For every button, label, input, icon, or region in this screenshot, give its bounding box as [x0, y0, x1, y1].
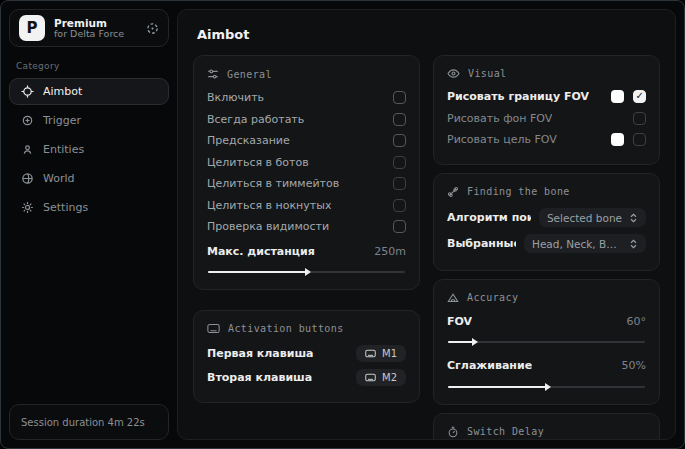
select-value: Selected bone	[547, 212, 622, 224]
sync-icon[interactable]	[146, 22, 159, 35]
visual-label: Рисовать цель FOV	[447, 133, 557, 146]
keybind-button-2[interactable]: M2	[356, 369, 406, 386]
visual-label: Рисовать границу FOV	[447, 90, 589, 103]
toggle-row: Целиться в нокнутых	[207, 195, 406, 217]
toggle-row: Включить	[207, 87, 406, 109]
selected-bones-select[interactable]: Head, Neck, Body, Pe...	[524, 234, 646, 253]
keybind-value: M1	[382, 348, 397, 359]
visual-card: Visual Рисовать границу FOV Рисовать фон…	[433, 55, 660, 165]
visual-row: Рисовать границу FOV	[447, 86, 646, 108]
visual-row: Рисовать цель FOV	[447, 129, 646, 151]
keyboard-icon	[207, 323, 220, 334]
keybind-row: Первая клавиша M1	[207, 341, 406, 365]
checkbox-target-teammates[interactable]	[393, 177, 406, 190]
slider-label: FOV	[447, 315, 472, 328]
accuracy-card: Accuracy FOV 60° Сглаживание	[433, 279, 660, 405]
toggle-row: Проверка видимости	[207, 216, 406, 238]
globe-icon	[20, 172, 34, 185]
keybind-button-1[interactable]: M1	[356, 345, 406, 362]
stopwatch-icon	[447, 426, 459, 438]
sidebar: P Premium for Delta Force Category Aimbo…	[1, 1, 177, 448]
slider-row: Сглаживание 50%	[447, 355, 646, 377]
brand-logo: P	[19, 15, 45, 41]
toggle-label: Целиться в нокнутых	[207, 199, 331, 212]
card-header: Finding the bone	[467, 186, 570, 197]
visual-label: Рисовать фон FOV	[447, 112, 552, 125]
sidebar-nav: Aimbot Trigger Entities	[9, 78, 169, 221]
slider-value: 60°	[627, 315, 647, 328]
checkbox-prediction[interactable]	[393, 134, 406, 147]
slider-label: Макс. дистанция	[207, 245, 315, 258]
select-label: Выбранные кости	[447, 237, 516, 250]
triangle-icon	[447, 292, 459, 304]
toggle-row: Целиться в ботов	[207, 152, 406, 174]
slider-row: FOV 60°	[447, 311, 646, 333]
toggle-row: Целиться в тиммейтов	[207, 173, 406, 195]
bone-algorithm-select[interactable]: Selected bone	[539, 208, 646, 227]
unfold-icon	[629, 213, 638, 223]
toggle-label: Всегда работать	[207, 113, 304, 126]
gear-icon	[20, 201, 34, 214]
checkbox-fov-border[interactable]	[633, 90, 646, 103]
eye-icon	[447, 68, 460, 79]
checkbox-fov-target[interactable]	[633, 133, 646, 146]
card-header: Accuracy	[467, 292, 518, 303]
checkbox-always-work[interactable]	[393, 113, 406, 126]
sidebar-item-settings[interactable]: Settings	[9, 194, 169, 221]
select-value: Head, Neck, Body, Pe...	[532, 238, 622, 250]
fov-slider[interactable]	[448, 341, 645, 343]
select-row: Выбранные кости Head, Neck, Body, Pe...	[447, 231, 646, 257]
toggle-label: Проверка видимости	[207, 220, 329, 233]
keyboard-icon	[365, 373, 376, 382]
max-distance-slider[interactable]	[208, 271, 405, 273]
sliders-icon	[207, 68, 219, 80]
sidebar-item-world[interactable]: World	[9, 165, 169, 192]
toggle-label: Включить	[207, 91, 264, 104]
smoothing-slider-group: Сглаживание 50%	[447, 355, 646, 388]
entities-icon	[20, 143, 34, 156]
slider-row: Макс. дистанция 250m	[207, 241, 406, 263]
sidebar-item-label: Trigger	[43, 114, 81, 127]
sidebar-item-trigger[interactable]: Trigger	[9, 107, 169, 134]
card-header: General	[227, 69, 272, 80]
toggle-label: Предсказание	[207, 134, 290, 147]
keybind-value: M2	[382, 372, 397, 383]
trigger-icon	[20, 114, 34, 127]
brand-subtitle: for Delta Force	[54, 29, 137, 40]
app-window: P Premium for Delta Force Category Aimbo…	[0, 0, 685, 449]
select-row: Алгоритм поиска кости Selected bone	[447, 205, 646, 231]
bone-icon	[447, 186, 459, 198]
category-label: Category	[16, 61, 169, 71]
activation-card: Activation buttons Первая клавиша M1	[193, 310, 420, 403]
brand-title: Premium	[54, 17, 137, 29]
color-swatch[interactable]	[611, 133, 624, 146]
select-label: Алгоритм поиска кости	[447, 211, 531, 224]
color-swatch[interactable]	[611, 90, 624, 103]
unfold-icon	[629, 239, 638, 249]
slider-label: Сглаживание	[447, 359, 532, 372]
toggle-label: Целиться в тиммейтов	[207, 177, 339, 190]
checkbox-target-knocked[interactable]	[393, 199, 406, 212]
keybind-label: Вторая клавиша	[207, 371, 312, 384]
keybind-label: Первая клавиша	[207, 347, 314, 360]
toggle-label: Целиться в ботов	[207, 156, 309, 169]
checkbox-target-bots[interactable]	[393, 156, 406, 169]
checkbox-enable[interactable]	[393, 91, 406, 104]
sidebar-item-aimbot[interactable]: Aimbot	[9, 78, 169, 105]
slider-value: 250m	[374, 245, 406, 258]
crosshair-icon	[20, 85, 34, 98]
sidebar-item-label: World	[43, 172, 75, 185]
checkbox-visibility-check[interactable]	[393, 220, 406, 233]
slider-value: 50%	[622, 359, 646, 372]
main-panel: Aimbot General Включить	[177, 9, 676, 440]
sidebar-item-label: Aimbot	[43, 85, 82, 98]
card-header: Switch Delay	[467, 426, 544, 437]
smoothing-slider[interactable]	[448, 386, 645, 388]
sidebar-item-label: Entities	[43, 143, 84, 156]
page-title: Aimbot	[197, 27, 656, 42]
session-duration: Session duration 4m 22s	[9, 404, 169, 440]
fov-slider-group: FOV 60°	[447, 311, 646, 344]
checkbox-fov-background[interactable]	[633, 112, 646, 125]
card-header: Visual	[468, 68, 507, 79]
sidebar-item-entities[interactable]: Entities	[9, 136, 169, 163]
